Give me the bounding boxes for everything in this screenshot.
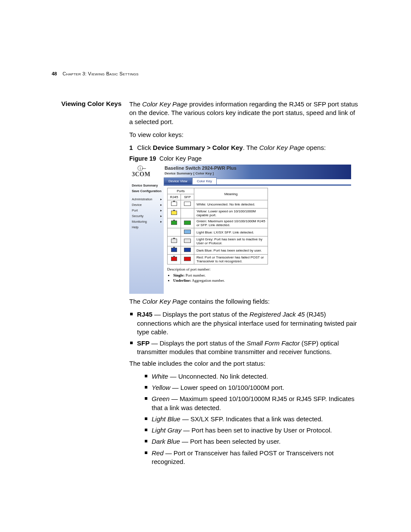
th-ports: Ports — [168, 188, 194, 194]
sfp-port-icon — [184, 248, 191, 252]
color-name: White — [152, 373, 168, 380]
text: The — [129, 298, 142, 305]
text: opens: — [305, 144, 326, 151]
chevron-right-icon: ▸ — [160, 220, 162, 224]
field-sfp: SFP — Displays the port status of the Sm… — [137, 339, 359, 357]
text: Aggregation number. — [191, 278, 225, 283]
sfp-port-icon — [184, 202, 191, 206]
logo-swoosh-icon: ⓘ─ — [132, 165, 150, 171]
sidebar-item-label: Port — [132, 208, 138, 212]
chevron-right-icon: ▸ — [160, 214, 162, 218]
desc-item-underline: Underline: Aggregation number. — [173, 278, 349, 283]
table-row: White: Unconnected. No link detected. — [168, 200, 268, 208]
list-item: Red — Port or Transceiver has failed POS… — [152, 449, 359, 467]
field-list: RJ45 — Displays the port status of the R… — [129, 310, 359, 356]
sfp-cell — [181, 246, 194, 255]
text-em: Color Key Page — [259, 144, 305, 151]
table-row: Yellow: Lower speed on 10/100/1000M capa… — [168, 208, 268, 218]
sidebar-item[interactable]: Help — [132, 224, 162, 230]
sfp-port-icon — [184, 257, 191, 261]
color-name: Green — [152, 395, 170, 402]
sidebar-item[interactable]: Administration▸ — [132, 196, 162, 202]
text: — Displays the port status of the — [149, 339, 246, 347]
text-bold: SFP — [137, 339, 149, 347]
fields-intro: The Color Key Page contains the followin… — [129, 297, 359, 306]
color-name: Light Blue — [152, 415, 181, 423]
running-header: 48 Chapter 3: Viewing Basic Settings — [52, 71, 359, 76]
text: — Displays the port status of the — [153, 311, 249, 318]
rj45-cell — [168, 200, 181, 208]
th-sfp: SFP — [181, 194, 194, 200]
page: 48 Chapter 3: Viewing Basic Settings Vie… — [0, 0, 411, 503]
meaning-cell: Green: Maximum speed 10/100/1000M RJ45 o… — [194, 218, 268, 228]
rj45-port-icon — [171, 257, 177, 261]
sidebar-item[interactable]: Device Summary — [132, 183, 162, 188]
port-number-description: Description of port number: Single: Port… — [167, 267, 349, 283]
section-body: The Color Key Page provides information … — [129, 100, 359, 469]
text-bold: Underline: — [173, 278, 191, 283]
desc-item-single: Single: Port number. — [173, 273, 349, 278]
tab-bar: Device View Color Key — [164, 177, 217, 184]
text: The — [129, 100, 142, 108]
sidebar-item[interactable]: Device▸ — [132, 202, 162, 208]
text: contains the following fields: — [187, 298, 270, 305]
rj45-port-icon — [171, 239, 177, 243]
list-item: Light Blue — SX/LX SFP. Indicates that a… — [152, 415, 359, 423]
figure-title: Color Key Page — [159, 155, 202, 162]
sidebar-item[interactable]: Monitoring▸ — [132, 219, 162, 224]
color-list: White — Unconnected. No link detected.Ye… — [144, 372, 359, 466]
sfp-port-icon — [184, 221, 191, 225]
color-desc: — SX/LX SFP. Indicates that a link was d… — [181, 415, 323, 423]
table-row: Red: Port or Transceiver has failed POST… — [168, 255, 268, 264]
color-desc: — Port or Transceiver has failed POST or… — [152, 449, 333, 465]
chevron-right-icon: ▸ — [160, 197, 162, 201]
color-key-table: Ports Meaning RJ45 SFP White: Unconnecte… — [167, 188, 268, 264]
sidebar-item-label: Save Configuration — [132, 189, 162, 193]
page-number: 48 — [52, 71, 57, 76]
text-em: Small Form Factor — [246, 339, 299, 347]
color-desc: — Maximum speed 10/100/1000M RJ45 or RJ4… — [152, 395, 355, 411]
header-bar — [129, 165, 351, 179]
rj45-cell — [168, 246, 181, 255]
chapter-title: Chapter 3: Viewing Basic Settings — [62, 71, 138, 76]
text-em: Color Key Page — [142, 298, 187, 305]
step-1: 1 Click Device Summary > Color Key. The … — [129, 143, 359, 152]
field-rj45: RJ45 — Displays the port status of the R… — [137, 310, 359, 336]
rj45-port-icon — [171, 221, 177, 225]
rj45-port-icon — [171, 211, 177, 215]
sidebar-item-label: Security — [132, 214, 143, 218]
sfp-cell — [181, 218, 194, 228]
list-item: Dark Blue — Port has been selected by us… — [152, 437, 359, 446]
sidebar-item-label: Device — [132, 203, 142, 207]
rj45-cell — [168, 208, 181, 218]
figure-label: Figure 19 — [129, 155, 156, 162]
intro-lead: To view color keys: — [129, 131, 359, 139]
table-row: Light Blue: LX/SX SFP. Link detected. — [168, 228, 268, 236]
color-name: Dark Blue — [152, 438, 180, 445]
th-meaning: Meaning — [194, 188, 268, 200]
sfp-port-icon — [184, 230, 191, 234]
sidebar-item-label: Monitoring — [132, 220, 147, 224]
tab-color-key[interactable]: Color Key — [192, 177, 217, 184]
text: . The — [243, 144, 259, 151]
device-title: Baseline Switch 2924-PWR Plus — [165, 165, 237, 171]
rj45-cell — [168, 236, 181, 246]
text-em: Registered Jack 45 — [249, 311, 305, 318]
sidebar-item[interactable]: Security▸ — [132, 213, 162, 219]
intro-paragraph: The Color Key Page provides information … — [129, 100, 359, 126]
color-name: Red — [152, 449, 164, 457]
sidebar-item[interactable]: Save Configuration — [132, 188, 162, 194]
sidebar-item[interactable]: Port▸ — [132, 208, 162, 213]
brand-name: 3COM — [132, 171, 150, 177]
rj45-cell — [168, 228, 181, 236]
rj45-port-icon — [171, 202, 177, 206]
tab-device-view[interactable]: Device View — [164, 177, 192, 184]
desc-title: Description of port number: — [167, 267, 211, 271]
meaning-cell: Dark Blue: Port has been selected by use… — [194, 246, 268, 255]
sfp-cell — [181, 236, 194, 246]
sfp-cell — [181, 208, 194, 218]
step-number: 1 — [129, 143, 135, 152]
color-desc: — Port has been selected by user. — [180, 438, 280, 445]
color-name: Yellow — [152, 384, 170, 391]
breadcrumb: Device Summary [ Color Key ] — [165, 171, 214, 175]
